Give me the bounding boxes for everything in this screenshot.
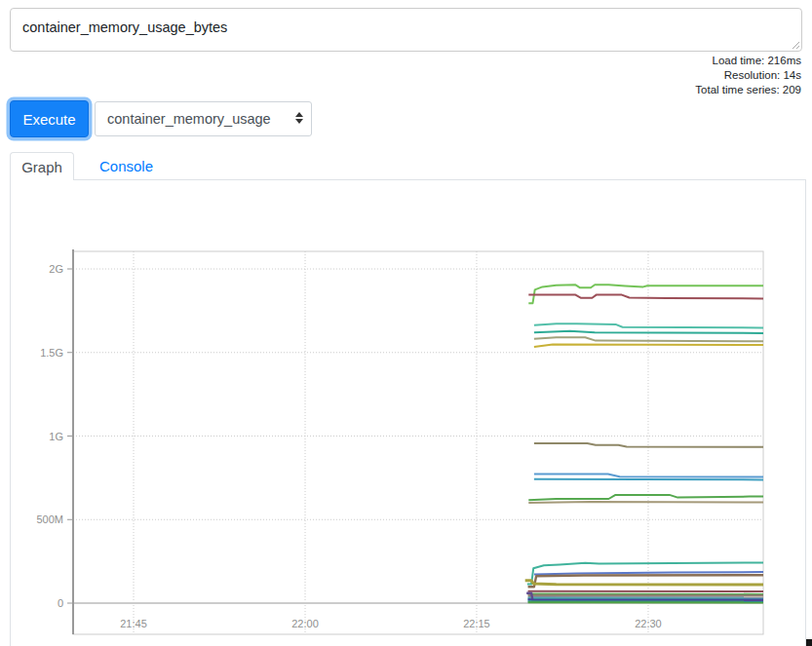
metric-dropdown-value: container_memory_usage — [107, 111, 271, 127]
tab-graph[interactable]: Graph — [10, 152, 74, 180]
graph-panel — [10, 179, 806, 646]
load-time-text: Load time: 216ms — [695, 54, 801, 68]
query-stats: Load time: 216ms Resolution: 14s Total t… — [695, 54, 801, 97]
tab-console[interactable]: Console — [86, 152, 167, 180]
textarea-resize-handle-icon[interactable] — [792, 41, 800, 50]
total-series-text: Total time series: 209 — [695, 83, 801, 97]
query-expression-input[interactable]: container_memory_usage_bytes — [10, 8, 802, 52]
select-updown-icon — [295, 112, 303, 124]
resolution-text: Resolution: 14s — [695, 68, 801, 83]
metric-dropdown[interactable]: container_memory_usage — [95, 101, 312, 136]
execute-button[interactable]: Execute — [10, 100, 89, 137]
